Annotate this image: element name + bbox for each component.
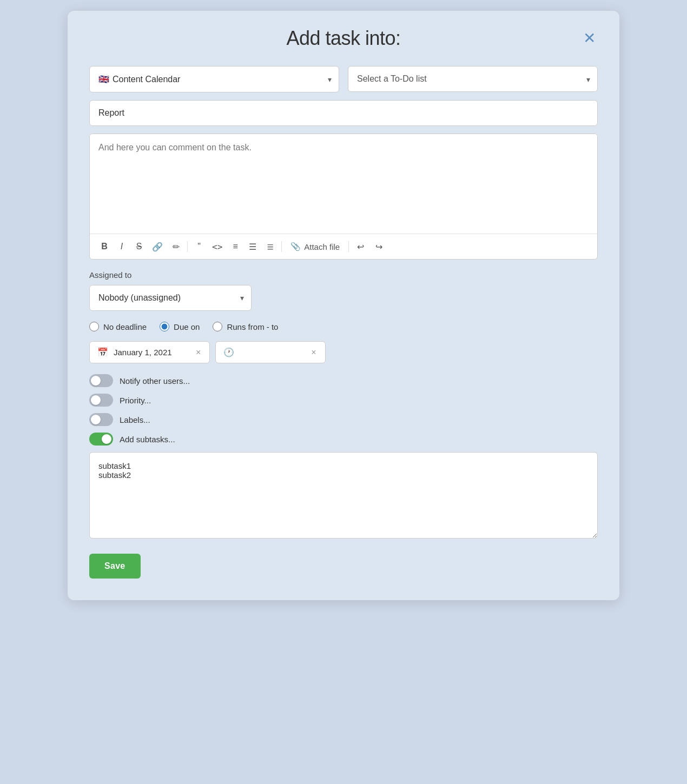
date-time-row: 📅 × 🕐 × [89,341,598,363]
runs-from-radio[interactable] [213,322,222,331]
attach-file-button[interactable]: 📎 Attach file [285,239,345,254]
toolbar-separator-2 [281,241,282,252]
editor-toolbar: B I S 🔗 ✏ " [90,234,597,259]
subtasks-slider [89,433,113,446]
toolbar-separator-3 [348,241,349,252]
date-clear-button[interactable]: × [195,348,202,357]
align-button[interactable]: ≡ [227,238,243,255]
top-selects-row: 🇬🇧 Content Calendar ▾ Select a To-Do lis… [89,66,598,92]
unordered-list-button[interactable]: ☰ [245,238,261,255]
attach-file-label: Attach file [304,242,340,251]
calendar-icon: 📅 [97,347,108,357]
priority-toggle-row: Priority... [89,394,598,407]
notify-toggle-row: Notify other users... [89,374,598,387]
block-group: " <> ≡ ☰ ≣ [191,238,278,255]
priority-label: Priority... [120,396,151,405]
notify-slider [89,374,113,387]
runs-from-option[interactable]: Runs from - to [213,322,278,331]
toolbar-separator-1 [187,241,188,252]
deadline-row: No deadline Due on Runs from - to [89,322,598,331]
assigned-select-wrapper: Nobody (unassigned) ▾ [89,285,252,311]
add-task-modal: Add task into: ✕ 🇬🇧 Content Calendar ▾ S… [68,11,619,600]
close-button[interactable]: ✕ [581,29,598,48]
redo-button[interactable]: ↪ [371,238,387,255]
modal-header: Add task into: ✕ [89,27,598,50]
comment-area-wrapper: B I S 🔗 ✏ " [89,134,598,260]
format-group: B I S 🔗 ✏ [96,238,184,255]
project-flag: 🇬🇧 [98,74,109,84]
undo-icon: ↩ [357,242,364,252]
todo-list-select-wrapper: Select a To-Do list ▾ [348,66,598,92]
project-select-value: Content Calendar [113,75,180,84]
time-clear-button[interactable]: × [310,348,317,357]
modal-title: Add task into: [286,27,400,50]
pen-button[interactable]: ✏ [168,238,184,255]
project-select-wrapper: 🇬🇧 Content Calendar ▾ [89,66,339,92]
italic-button[interactable]: I [114,238,130,255]
project-select[interactable]: 🇬🇧 Content Calendar [89,66,339,92]
no-deadline-option[interactable]: No deadline [89,322,147,331]
assigned-to-label: Assigned to [89,270,598,280]
due-on-radio[interactable] [160,322,169,331]
clock-icon: 🕐 [223,347,234,357]
subtasks-textarea[interactable]: subtask1 subtask2 [89,452,598,539]
subtasks-toggle[interactable] [89,433,113,446]
assigned-select[interactable]: Nobody (unassigned) [89,285,252,311]
undo-button[interactable]: ↩ [352,238,368,255]
assigned-select-value: Nobody (unassigned) [98,293,181,302]
notify-label: Notify other users... [120,376,190,386]
code-button[interactable]: <> [208,238,226,255]
todo-list-select[interactable]: Select a To-Do list [348,66,598,92]
subtasks-toggle-row: Add subtasks... [89,433,598,446]
time-input[interactable] [240,348,305,357]
notify-toggle[interactable] [89,374,113,387]
labels-toggle-row: Labels... [89,413,598,426]
link-button[interactable]: 🔗 [148,238,167,255]
save-button[interactable]: Save [89,554,141,579]
due-on-label: Due on [174,322,200,331]
no-deadline-label: No deadline [103,322,147,331]
due-on-option[interactable]: Due on [160,322,200,331]
bold-button[interactable]: B [96,238,113,255]
no-deadline-radio[interactable] [89,322,99,331]
labels-label: Labels... [120,415,150,424]
task-name-input[interactable] [89,100,598,126]
labels-toggle[interactable] [89,413,113,426]
comment-textarea[interactable] [90,134,597,231]
time-input-wrapper: 🕐 × [215,341,325,363]
date-input[interactable] [114,348,189,357]
priority-toggle[interactable] [89,394,113,407]
strikethrough-button[interactable]: S [131,238,147,255]
ordered-list-button[interactable]: ≣ [262,238,278,255]
quote-button[interactable]: " [191,238,207,255]
priority-slider [89,394,113,407]
paperclip-icon: 📎 [290,242,301,251]
date-input-wrapper: 📅 × [89,341,210,363]
runs-from-label: Runs from - to [227,322,278,331]
subtasks-label: Add subtasks... [120,435,175,444]
todo-list-select-placeholder: Select a To-Do list [357,74,427,83]
redo-icon: ↪ [375,242,382,252]
save-button-label: Save [104,561,125,570]
labels-slider [89,413,113,426]
